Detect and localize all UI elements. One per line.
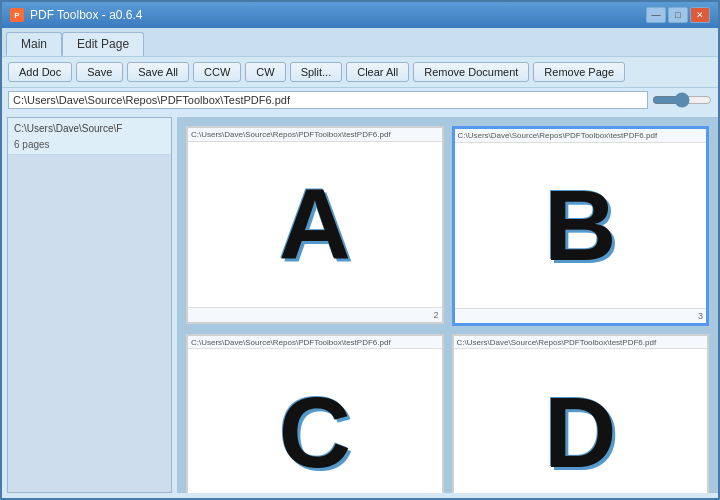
page-letter-3: C [279,382,351,482]
page-letter-2: B [544,175,616,275]
page-letter-4: D [544,382,616,482]
page-tile-inner-2: C:\Users\Dave\Source\Repos\PDFToolbox\te… [452,126,710,326]
pages-area[interactable]: C:\Users\Dave\Source\Repos\PDFToolbox\te… [177,117,718,493]
save-button[interactable]: Save [76,62,123,82]
main-window: P PDF Toolbox - a0.6.4 — □ ✕ Main Edit P… [0,0,720,500]
page-tile-2[interactable]: C:\Users\Dave\Source\Repos\PDFToolbox\te… [448,122,714,330]
page-filename-2: C:\Users\Dave\Source\Repos\PDFToolbox\te… [455,129,707,143]
cw-button[interactable]: CW [245,62,285,82]
tab-edit-page[interactable]: Edit Page [62,32,144,56]
page-tile-inner-3: C:\Users\Dave\Source\Repos\PDFToolbox\te… [186,334,444,493]
page-number-2: 3 [455,308,707,323]
window-controls: — □ ✕ [646,7,710,23]
file-item[interactable]: C:\Users\Dave\Source\F 6 pages [8,118,171,155]
page-canvas-2: B [455,143,707,308]
toolbar: Add Doc Save Save All CCW CW Split... Cl… [2,56,718,88]
page-filename-1: C:\Users\Dave\Source\Repos\PDFToolbox\te… [188,128,442,142]
zoom-slider[interactable] [652,93,712,107]
ccw-button[interactable]: CCW [193,62,241,82]
file-panel-spacer [8,155,171,492]
window-title: PDF Toolbox - a0.6.4 [30,8,143,22]
page-filename-3: C:\Users\Dave\Source\Repos\PDFToolbox\te… [188,336,442,350]
file-item-pages: 6 pages [14,139,165,150]
file-panel: C:\Users\Dave\Source\F 6 pages [7,117,172,493]
file-item-path: C:\Users\Dave\Source\F [14,122,165,135]
page-tile-4[interactable]: C:\Users\Dave\Source\Repos\PDFToolbox\te… [448,330,714,493]
page-canvas-4: D [454,349,708,493]
page-canvas-3: C [188,349,442,493]
remove-page-button[interactable]: Remove Page [533,62,625,82]
page-canvas-1: A [188,142,442,307]
remove-document-button[interactable]: Remove Document [413,62,529,82]
title-bar: P PDF Toolbox - a0.6.4 — □ ✕ [2,2,718,28]
page-letter-1: A [279,174,351,274]
page-tile-inner-4: C:\Users\Dave\Source\Repos\PDFToolbox\te… [452,334,710,493]
split-button[interactable]: Split... [290,62,343,82]
content-area: C:\Users\Dave\Source\F 6 pages C:\Users\… [2,112,718,498]
page-number-1: 2 [188,307,442,322]
page-tile-3[interactable]: C:\Users\Dave\Source\Repos\PDFToolbox\te… [182,330,448,493]
close-button[interactable]: ✕ [690,7,710,23]
title-bar-left: P PDF Toolbox - a0.6.4 [10,8,143,22]
add-doc-button[interactable]: Add Doc [8,62,72,82]
path-input[interactable] [8,91,648,109]
page-filename-4: C:\Users\Dave\Source\Repos\PDFToolbox\te… [454,336,708,350]
tabs-row: Main Edit Page [2,28,718,56]
path-bar [2,88,718,112]
maximize-button[interactable]: □ [668,7,688,23]
save-all-button[interactable]: Save All [127,62,189,82]
tab-main[interactable]: Main [6,32,62,56]
minimize-button[interactable]: — [646,7,666,23]
page-tile-inner-1: C:\Users\Dave\Source\Repos\PDFToolbox\te… [186,126,444,324]
clear-all-button[interactable]: Clear All [346,62,409,82]
page-tile-1[interactable]: C:\Users\Dave\Source\Repos\PDFToolbox\te… [182,122,448,330]
app-icon: P [10,8,24,22]
